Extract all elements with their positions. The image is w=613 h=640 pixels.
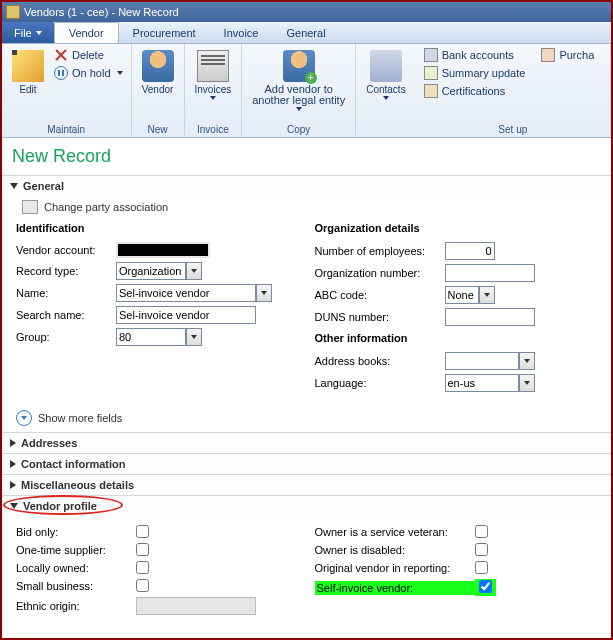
purchase-button[interactable]: Purcha — [537, 46, 598, 64]
expand-icon — [10, 503, 18, 509]
ribbon: Edit Delete On hold Maintain Vendor — [2, 44, 611, 138]
chevron-down-icon — [524, 359, 530, 363]
ribbon-group-contacts: Contacts — [356, 44, 415, 137]
edit-button[interactable]: Edit — [6, 46, 50, 99]
vendor-account-label: Vendor account: — [16, 244, 116, 256]
one-time-checkbox[interactable] — [136, 543, 149, 556]
window-icon — [6, 5, 20, 19]
page-title: New Record — [2, 138, 611, 175]
expand-circle-icon — [16, 410, 32, 426]
org-details-header: Organization details — [315, 220, 604, 238]
edit-icon — [12, 50, 44, 82]
bank-accounts-button[interactable]: Bank accounts — [420, 46, 530, 64]
delete-icon — [54, 48, 68, 62]
name-dropdown-button[interactable] — [256, 284, 272, 302]
contacts-button[interactable]: Contacts — [360, 46, 411, 104]
other-info-header: Other information — [315, 330, 604, 348]
small-business-label: Small business: — [16, 580, 136, 592]
org-number-input[interactable] — [445, 264, 535, 282]
tab-vendor[interactable]: Vendor — [54, 22, 119, 43]
ribbon-group-maintain: Edit Delete On hold Maintain — [2, 44, 132, 137]
bid-only-label: Bid only: — [16, 526, 136, 538]
chevron-down-icon — [191, 269, 197, 273]
language-input[interactable] — [445, 374, 519, 392]
section-misc-header[interactable]: Miscellaneous details — [2, 475, 611, 495]
section-contact-info: Contact information — [2, 453, 611, 474]
chevron-down-icon — [383, 96, 389, 100]
self-invoice-checkbox[interactable] — [479, 580, 492, 593]
original-vendor-label: Original vendor in reporting: — [315, 562, 475, 574]
locally-owned-checkbox[interactable] — [136, 561, 149, 574]
section-general-header[interactable]: General — [2, 176, 611, 196]
num-employees-label: Number of employees: — [315, 245, 445, 257]
summary-update-button[interactable]: Summary update — [420, 64, 530, 82]
person-icon — [142, 50, 174, 82]
group-input[interactable] — [116, 328, 186, 346]
small-business-checkbox[interactable] — [136, 579, 149, 592]
ethnic-origin-value — [136, 597, 256, 615]
record-type-select[interactable] — [116, 262, 186, 280]
change-party-button[interactable]: Change party association — [2, 196, 611, 218]
add-vendor-button[interactable]: Add vendor toanother legal entity — [246, 46, 351, 115]
on-hold-button[interactable]: On hold — [50, 64, 127, 82]
original-vendor-checkbox[interactable] — [475, 561, 488, 574]
chevron-down-icon — [524, 381, 530, 385]
address-books-dropdown-button[interactable] — [519, 352, 535, 370]
bank-icon — [424, 48, 438, 62]
section-vendor-profile-header[interactable]: Vendor profile — [2, 496, 611, 516]
disabled-checkbox[interactable] — [475, 543, 488, 556]
chevron-down-icon — [484, 293, 490, 297]
invoices-button[interactable]: Invoices — [189, 46, 238, 104]
abc-code-select[interactable] — [445, 286, 479, 304]
section-misc: Miscellaneous details — [2, 474, 611, 495]
vendor-button[interactable]: Vendor — [136, 46, 180, 99]
section-contact-info-header[interactable]: Contact information — [2, 454, 611, 474]
window-title: Vendors (1 - cee) - New Record — [24, 6, 179, 18]
certifications-button[interactable]: Certifications — [420, 82, 530, 100]
group-dropdown-button[interactable] — [186, 328, 202, 346]
chevron-down-icon — [261, 291, 267, 295]
identification-header: Identification — [16, 220, 305, 238]
tab-invoice[interactable]: Invoice — [210, 22, 273, 43]
language-dropdown-button[interactable] — [519, 374, 535, 392]
record-type-dropdown-button[interactable] — [186, 262, 202, 280]
veteran-checkbox[interactable] — [475, 525, 488, 538]
show-more-fields-button[interactable]: Show more fields — [2, 404, 611, 432]
search-name-input[interactable] — [116, 306, 256, 324]
expand-icon — [10, 183, 18, 189]
summary-icon — [424, 66, 438, 80]
section-general: General Change party association Identif… — [2, 175, 611, 432]
chevron-down-icon — [191, 335, 197, 339]
section-addresses: Addresses — [2, 432, 611, 453]
ethnic-origin-label: Ethnic origin: — [16, 600, 136, 612]
tab-procurement[interactable]: Procurement — [119, 22, 210, 43]
ribbon-group-new: Vendor New — [132, 44, 185, 137]
address-books-label: Address books: — [315, 355, 445, 367]
tab-general[interactable]: General — [272, 22, 339, 43]
bid-only-checkbox[interactable] — [136, 525, 149, 538]
file-menu-button[interactable]: File — [2, 22, 54, 43]
num-employees-input[interactable] — [445, 242, 495, 260]
pause-icon — [54, 66, 68, 80]
locally-owned-label: Locally owned: — [16, 562, 136, 574]
collapse-icon — [10, 460, 16, 468]
abc-code-dropdown-button[interactable] — [479, 286, 495, 304]
add-person-icon — [283, 50, 315, 82]
invoice-icon — [197, 50, 229, 82]
org-number-label: Organization number: — [315, 267, 445, 279]
delete-button[interactable]: Delete — [50, 46, 127, 64]
search-name-label: Search name: — [16, 309, 116, 321]
duns-label: DUNS number: — [315, 311, 445, 323]
veteran-label: Owner is a service veteran: — [315, 526, 475, 538]
ribbon-group-invoice: Invoices Invoice — [185, 44, 243, 137]
group-label: Group: — [16, 331, 116, 343]
ribbon-group-copy: Add vendor toanother legal entity Copy — [242, 44, 356, 137]
address-books-input[interactable] — [445, 352, 519, 370]
duns-input[interactable] — [445, 308, 535, 326]
ribbon-group-setup: Bank accounts Summary update Certificati… — [416, 44, 611, 137]
one-time-label: One-time supplier: — [16, 544, 136, 556]
contacts-icon — [370, 50, 402, 82]
name-input[interactable] — [116, 284, 256, 302]
purchase-icon — [541, 48, 555, 62]
section-addresses-header[interactable]: Addresses — [2, 433, 611, 453]
